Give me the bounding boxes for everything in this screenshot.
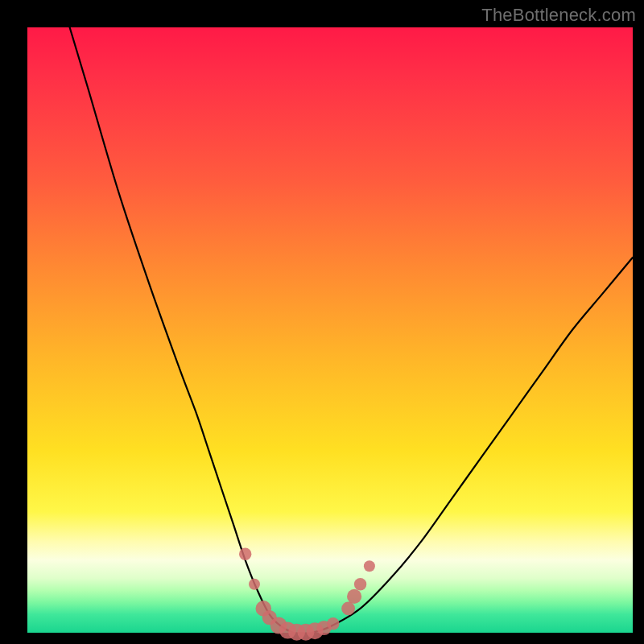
marker-dot xyxy=(327,617,339,630)
bottleneck-curve xyxy=(70,27,633,634)
marker-dot xyxy=(341,602,355,616)
marker-dot xyxy=(249,579,260,590)
chart-frame: TheBottleneck.com xyxy=(0,0,644,644)
marker-dot xyxy=(239,548,251,560)
marker-dot xyxy=(347,589,361,604)
marker-dot xyxy=(354,578,366,590)
chart-overlay xyxy=(27,27,633,633)
watermark-text: TheBottleneck.com xyxy=(481,5,636,26)
marker-dot xyxy=(364,560,375,572)
